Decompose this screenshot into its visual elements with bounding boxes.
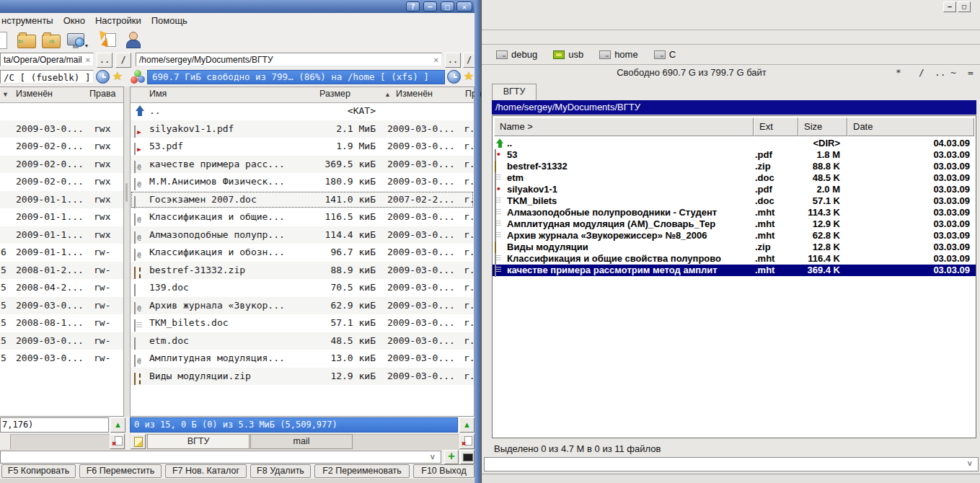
- column-name[interactable]: Имя: [149, 89, 167, 99]
- table-row[interactable]: 52008-04-2...rw-: [0, 279, 123, 297]
- table-row[interactable]: 2009-01-1...rwx: [0, 208, 123, 226]
- drive-button-home[interactable]: home: [599, 49, 638, 60]
- file-row[interactable]: Виды модуляции.zip12.8 K03.03.09: [493, 241, 976, 253]
- column-size[interactable]: Size: [798, 118, 847, 136]
- table-row[interactable]: 52009-03-0...rw-: [0, 297, 123, 315]
- new-tab-button[interactable]: [131, 434, 146, 449]
- clear-icon[interactable]: ×: [434, 53, 438, 66]
- table-row[interactable]: 2009-01-1...rwx: [0, 226, 123, 244]
- menu-item-2[interactable]: Окно: [58, 15, 90, 26]
- table-row[interactable]: 52009-03-0...rw-: [0, 332, 123, 350]
- right-panel-up-button[interactable]: ▲: [459, 417, 474, 433]
- right-location-input[interactable]: /home/sergey/MyDocuments/ВГТУ ×: [136, 53, 442, 66]
- file-row[interactable]: Госэкзамен 2007.doc141.0 киБ2007-02-2...…: [131, 191, 474, 209]
- column-date[interactable]: Изменён: [16, 89, 53, 99]
- pane-splitter[interactable]: [124, 87, 130, 417]
- document-icon[interactable]: [0, 30, 19, 49]
- help-button[interactable]: ?: [406, 1, 420, 12]
- left-media-button[interactable]: [96, 70, 110, 84]
- file-row[interactable]: ..<КАТ>: [131, 102, 474, 120]
- user-icon[interactable]: [124, 30, 143, 49]
- command-line-input[interactable]: v: [0, 451, 441, 464]
- menu-item-4[interactable]: Помощь: [146, 15, 193, 26]
- file-row[interactable]: ◆silyakov1-1.pdf2.0 M03.03.09: [493, 184, 976, 195]
- right-close-tab-button[interactable]: ✖: [459, 434, 474, 449]
- drive-button-debug[interactable]: debug: [496, 49, 537, 60]
- table-row[interactable]: 52008-01-2...rw-: [0, 262, 123, 280]
- left-media-bar[interactable]: /C [ (fuseblk) ]: [0, 70, 94, 84]
- file-row[interactable]: etm.doc48.5 K03.03.09: [493, 172, 976, 184]
- maximize-button[interactable]: □: [958, 1, 971, 12]
- file-row[interactable]: @Архив журнала «Звукор...62.9 киБ2009-03…: [131, 297, 474, 315]
- table-row[interactable]: 62009-01-1...rw-: [0, 244, 123, 262]
- fkey-button-3[interactable]: F7 Нов. Каталог: [165, 464, 247, 478]
- left-titlebar[interactable]: ?–□✕: [0, 0, 480, 13]
- minimize-button[interactable]: –: [423, 1, 437, 12]
- right-bookmark-star-icon[interactable]: ★: [462, 69, 476, 84]
- fkey-button-6[interactable]: F10 Выход: [413, 464, 474, 478]
- table-row[interactable]: 2009-02-0...rwx: [0, 138, 123, 156]
- file-row[interactable]: TKM_bilets.doc57.1 K03.03.09: [493, 195, 976, 207]
- left-list-header[interactable]: ▼ Изменён Права: [0, 87, 123, 103]
- table-row[interactable]: 2009-02-0...rwx: [0, 156, 123, 174]
- file-row[interactable]: etm.doc48.5 киБ2009-03-0...r.: [131, 332, 474, 350]
- file-row[interactable]: Амплитудная модуляция (АМ)_Словарь_Тер.m…: [493, 218, 976, 230]
- file-row[interactable]: @Классификация и обозн...96.7 киБ2009-03…: [131, 244, 474, 262]
- fkey-button-5[interactable]: F2 Переименовать: [314, 464, 410, 478]
- left-close-tab-button[interactable]: ✖: [110, 434, 125, 449]
- equal-path-button[interactable]: =: [968, 67, 974, 79]
- command-line-input[interactable]: v: [484, 457, 979, 471]
- close-button[interactable]: ✕: [456, 1, 472, 12]
- file-row[interactable]: Алмазоподобные полупроводники - Студент.…: [493, 207, 976, 218]
- lightning-sync-icon[interactable]: [97, 30, 115, 49]
- right-list-header[interactable]: Имя Размер ▲ Изменён Пра: [131, 87, 474, 103]
- file-row[interactable]: качестве примера рассмотрим метод амплит…: [493, 265, 976, 276]
- file-row[interactable]: @Классификация и общие...116.5 киБ2009-0…: [131, 208, 474, 226]
- left-location-input[interactable]: ta/Opera/Opera/mail ×: [0, 53, 94, 66]
- dropdown-arrow-icon[interactable]: v: [430, 451, 435, 463]
- star-path-button[interactable]: *: [896, 67, 901, 79]
- left-root-dir-button[interactable]: /: [115, 53, 131, 68]
- table-row[interactable]: [0, 102, 123, 120]
- table-row[interactable]: 2009-03-0...rwx: [0, 120, 123, 138]
- minimize-button[interactable]: –: [943, 1, 956, 12]
- fkey-button-1[interactable]: F5 Копировать: [1, 464, 76, 478]
- add-button[interactable]: +: [444, 450, 459, 464]
- file-row[interactable]: ◆53.pdf1.8 M03.03.09: [493, 149, 976, 161]
- file-row[interactable]: Архив журнала «Звукорежиссер» №8_2006.mh…: [493, 230, 976, 241]
- tab-vgtu[interactable]: ВГТУ: [147, 434, 250, 449]
- dropdown-arrow-icon[interactable]: v: [967, 458, 972, 469]
- column-date[interactable]: Date: [847, 118, 974, 136]
- table-row[interactable]: 2009-02-0...rwx: [0, 173, 123, 191]
- file-row[interactable]: 139.doc70.5 киБ2009-03-0...r.: [131, 279, 474, 297]
- drive-button-C[interactable]: C: [654, 49, 676, 60]
- home-path-button[interactable]: ~: [950, 67, 956, 79]
- menu-item-1[interactable]: нструменты: [0, 15, 58, 26]
- disk-usage-balls-icon[interactable]: [130, 70, 146, 84]
- column-ext[interactable]: Ext: [754, 118, 798, 136]
- left-file-list[interactable]: ▼ Изменён Права 2009-03-0...rwx2009-02-0…: [0, 87, 124, 417]
- fkey-button-4[interactable]: F8 Удалить: [250, 464, 311, 478]
- file-list[interactable]: Name > Ext Size Date ..<DIR>04.03.09◆53.…: [492, 115, 976, 438]
- file-row[interactable]: TKM_bilets.doc57.1 киБ2009-03-0...r.: [131, 314, 474, 332]
- clear-icon[interactable]: ×: [86, 53, 90, 66]
- network-drive-icon[interactable]: ▾: [66, 30, 85, 49]
- table-row[interactable]: 52009-03-0...rw-: [0, 350, 123, 368]
- file-row[interactable]: @Алмазоподобные полупр...114.4 киБ2009-0…: [131, 226, 474, 244]
- tab-vgtu[interactable]: ВГТУ: [492, 84, 537, 100]
- file-row[interactable]: bestref-31332.zip88.8 K03.03.09: [493, 161, 976, 172]
- file-row[interactable]: Виды модуляции.zip12.9 киБ2009-03-0...r.: [131, 368, 474, 386]
- file-row[interactable]: ..<DIR>04.03.09: [493, 138, 976, 149]
- column-size[interactable]: Размер: [319, 89, 350, 99]
- tab-mail[interactable]: mail: [250, 434, 353, 449]
- right-free-space-bar[interactable]: 690.7 ГиБ свободно из 799… (86%) на /hom…: [147, 70, 445, 84]
- file-row[interactable]: @качестве примера расс...369.5 киБ2009-0…: [131, 156, 474, 174]
- left-tab-sliver[interactable]: [0, 434, 11, 449]
- right-file-list[interactable]: Имя Размер ▲ Изменён Пра ..<КАТ>▶silyako…: [130, 87, 474, 417]
- right-titlebar[interactable]: – □: [482, 0, 980, 12]
- folder-import-icon[interactable]: ⇦: [17, 30, 36, 49]
- file-row[interactable]: Классификация и общие свойства полупрово…: [493, 253, 976, 265]
- file-row[interactable]: ▶53.pdf1.9 МиБ2009-03-0...r.: [131, 138, 474, 156]
- menu-item-3[interactable]: Настройки: [90, 15, 146, 26]
- right-up-dir-button[interactable]: ..: [445, 53, 461, 68]
